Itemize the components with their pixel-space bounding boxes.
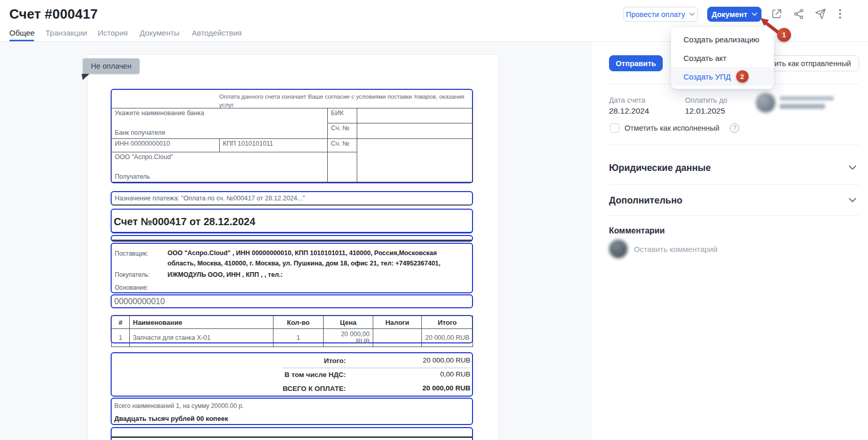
invoice-signature-box bbox=[111, 427, 473, 440]
col-price: Цена bbox=[324, 316, 373, 329]
share-icon[interactable] bbox=[793, 8, 805, 20]
panel-divider bbox=[609, 145, 859, 145]
current-user-avatar bbox=[609, 240, 628, 258]
grand-total-value: 20 000,00 RUB bbox=[346, 384, 470, 392]
divider-line bbox=[112, 240, 472, 241]
pay-due-label: Оплатить до bbox=[685, 96, 727, 104]
document-dropdown-menu: Создать реализацию Создать акт Создать У… bbox=[671, 27, 774, 89]
document-button[interactable]: Документ bbox=[707, 7, 762, 22]
total-value: 20 000,00 RUB bbox=[346, 356, 470, 364]
pay-button[interactable]: Провести оплату bbox=[623, 7, 698, 22]
invoice-items-table: # Наименование Кол-во Цена Налоги Итого … bbox=[111, 316, 473, 347]
invoice-title: Счет №000417 от 28.12.2024 bbox=[114, 216, 255, 228]
account-label: Сч. № bbox=[328, 123, 357, 139]
tab-autoactions[interactable]: Автодействия bbox=[192, 28, 242, 37]
item-row: 1 Запчасти для станка Х-01 1 20 000,00 R… bbox=[112, 329, 473, 347]
send-button-label: Отправить bbox=[616, 59, 656, 68]
section-additional[interactable]: Дополнительно bbox=[609, 195, 682, 206]
summary-count: Всего наименований 1, на сумму 20000.00 … bbox=[114, 402, 244, 410]
payment-purpose: Назначение платежа: "Оплата по сч. №0004… bbox=[115, 195, 305, 202]
menu-item-create-upd[interactable]: Создать УПД 2 bbox=[671, 67, 774, 86]
invoice-title-box: Счет №000417 от 28.12.2024 bbox=[111, 209, 473, 233]
panel-divider bbox=[609, 215, 859, 216]
col-name: Наименование bbox=[130, 316, 273, 329]
menu-item-create-realization[interactable]: Создать реализацию bbox=[671, 30, 774, 49]
recipient-label: Получатель bbox=[115, 173, 324, 180]
grand-total-label: ВСЕГО К ОПЛАТЕ: bbox=[242, 385, 346, 392]
status-badge: Не оплачен bbox=[83, 58, 140, 74]
col-num: # bbox=[112, 316, 130, 329]
total-label: Итого: bbox=[242, 357, 346, 365]
bank-recipient-label: Банк получателя bbox=[115, 129, 324, 136]
invoice-basis-box: 00000000010 bbox=[111, 294, 473, 308]
col-qty: Кол-во bbox=[273, 316, 324, 329]
open-external-icon[interactable] bbox=[770, 8, 783, 20]
invoice-purpose-box: Назначение платежа: "Оплата по сч. №0004… bbox=[111, 191, 473, 206]
invoice-bank-table: Укажите наименование банка Банк получате… bbox=[111, 108, 473, 182]
basis-label: Основание: bbox=[115, 284, 148, 291]
divider-line bbox=[112, 436, 472, 438]
totals-divider bbox=[282, 368, 470, 368]
tab-general[interactable]: Общее bbox=[9, 28, 35, 37]
mark-done-label: Отметить как исполненный bbox=[625, 124, 720, 132]
mark-done-checkbox[interactable] bbox=[610, 123, 619, 133]
empty-cell bbox=[328, 152, 357, 182]
invoice-totals-box: Итого: 20 000,00 RUB В том числе НДС: 0,… bbox=[111, 352, 473, 397]
pay-button-label: Провести оплату bbox=[626, 10, 685, 19]
annotation-step-2-badge: 2 bbox=[736, 70, 749, 83]
section-legal-data[interactable]: Юридические данные bbox=[609, 163, 711, 174]
item-price: 20 000,00 RUB bbox=[324, 329, 373, 347]
buyer-value: ИЖМОДУЛЬ ООО, ИНН , КПП , , тел.: bbox=[167, 270, 460, 280]
vat-label: В том числе НДС: bbox=[242, 371, 346, 379]
chevron-down-icon[interactable] bbox=[849, 165, 856, 170]
col-tax: Налоги bbox=[373, 316, 422, 329]
responsible-avatar bbox=[756, 93, 775, 113]
menu-item-label: Создать реализацию bbox=[683, 35, 759, 44]
invoice-bank-box: Оплата данного счета означает Ваше согла… bbox=[111, 89, 473, 183]
document-button-label: Документ bbox=[711, 10, 747, 19]
send-icon[interactable] bbox=[814, 8, 827, 20]
supplier-value: ООО "Аспро.Cloud" , ИНН 00000000010, КПП… bbox=[167, 248, 460, 269]
chevron-down-icon[interactable] bbox=[849, 198, 856, 202]
item-name: Запчасти для станка Х-01 bbox=[130, 329, 273, 347]
account-label-2: Сч. № bbox=[328, 139, 357, 152]
inn-value: ИНН 00000000010 bbox=[112, 139, 220, 152]
vat-value: 0,00 RUB bbox=[346, 370, 470, 378]
invoice-agreement-note: Оплата данного счета означает Ваше согла… bbox=[219, 92, 468, 109]
tab-documents[interactable]: Документы bbox=[140, 28, 179, 37]
tab-history[interactable]: История bbox=[98, 28, 128, 37]
invoice-date-value: 28.12.2024 bbox=[609, 106, 649, 116]
col-total: Итого bbox=[422, 316, 473, 329]
menu-item-label: Создать акт bbox=[683, 54, 726, 62]
kpp-value: КПП 1010101011 bbox=[220, 139, 328, 152]
tab-transactions[interactable]: Транзакции bbox=[45, 28, 87, 37]
send-button[interactable]: Отправить bbox=[609, 55, 663, 71]
page-title: Счет #000417 bbox=[9, 6, 98, 22]
basis-value: 00000000010 bbox=[114, 297, 165, 306]
menu-item-label: Создать УПД bbox=[683, 72, 731, 81]
panel-divider bbox=[609, 184, 859, 185]
invoice-items-box: # Наименование Кол-во Цена Налоги Итого … bbox=[111, 315, 473, 343]
invoice-date-label: Дата счета bbox=[609, 96, 645, 104]
item-num: 1 bbox=[112, 329, 130, 347]
bik-label: БИК bbox=[328, 108, 357, 123]
bik-value bbox=[357, 108, 473, 123]
comment-input[interactable]: Оставить комментарий bbox=[634, 245, 718, 254]
invoice-words-box: Всего наименований 1, на сумму 20000.00 … bbox=[111, 398, 473, 425]
pay-due-value: 12.01.2025 bbox=[685, 106, 725, 116]
account-value-2 bbox=[357, 139, 473, 182]
chevron-down-icon bbox=[689, 12, 695, 16]
more-options-icon[interactable] bbox=[835, 8, 845, 20]
annotation-step-1-badge: 1 bbox=[777, 28, 791, 42]
bank-name-placeholder: Укажите наименование банка bbox=[115, 109, 324, 117]
chevron-down-icon bbox=[752, 12, 757, 16]
account-value bbox=[357, 123, 473, 139]
responsible-name-blurred bbox=[780, 96, 834, 101]
recipient-name: ООО "Аспро.Cloud" bbox=[115, 153, 324, 161]
supplier-label: Поставщик: bbox=[115, 250, 148, 257]
invoice-page: Счет #000417 Общее Транзакции История До… bbox=[0, 0, 868, 440]
item-tax bbox=[373, 329, 422, 347]
menu-item-create-act[interactable]: Создать акт bbox=[671, 49, 774, 67]
help-icon[interactable]: ? bbox=[730, 123, 739, 133]
item-qty: 1 bbox=[273, 329, 324, 347]
